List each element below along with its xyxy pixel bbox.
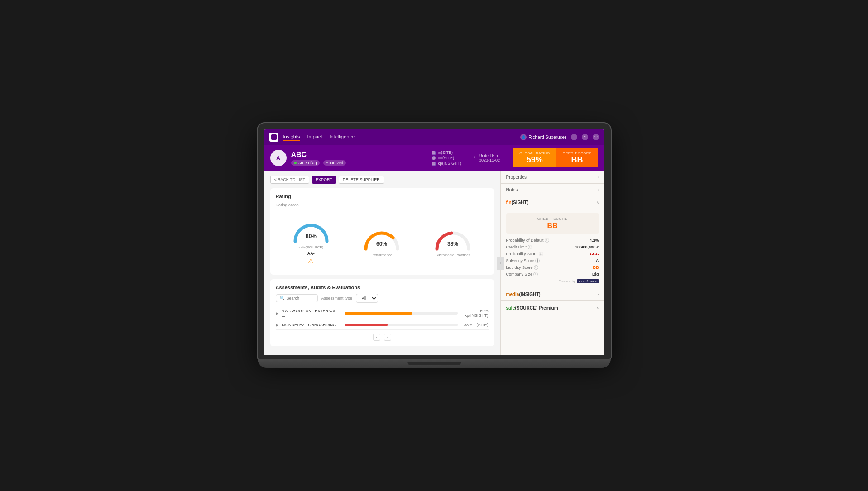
user-display: 👤 Richard Superuser xyxy=(520,134,566,140)
username: Richard Superuser xyxy=(528,135,566,140)
search-box[interactable]: 🔍 xyxy=(276,294,318,302)
gauge-performance: 60% Performance xyxy=(361,224,402,257)
menu-icon[interactable]: ☰ xyxy=(571,134,577,140)
safe-chevron: ∧ xyxy=(596,306,599,310)
provider-badge: modefinance xyxy=(577,279,599,283)
notes-header[interactable]: Notes › xyxy=(501,184,604,196)
nav-impact[interactable]: Impact xyxy=(307,133,322,141)
metric-info-icon-2[interactable]: ℹ xyxy=(539,252,543,256)
meta-kp-insight: 📄 kp(INSIGHT) xyxy=(432,161,461,166)
properties-section: Properties › xyxy=(501,171,604,184)
metric-label-0: Probability of Default ℹ xyxy=(506,238,549,243)
user-icon: 👤 xyxy=(520,134,527,140)
export-button[interactable]: EXPORT xyxy=(312,176,336,184)
metric-value-0: 4.1% xyxy=(590,238,599,243)
safe-title: safe(SOURCE) Premium xyxy=(506,305,558,310)
credit-score-title: CREDIT SCORE xyxy=(510,217,595,221)
gauges-row: 80% safe(SOURCE) AA- ⚠ xyxy=(276,212,489,269)
finsight-header[interactable]: fin(SIGHT) ∧ xyxy=(501,196,604,209)
expand-icon-1[interactable]: ▶ xyxy=(276,323,278,327)
metric-value-2: CCC xyxy=(590,252,599,256)
assessments-card: Assessments, Audits & Evaluations 🔍 Asse… xyxy=(270,279,494,346)
powered-by: Powered by modefinance xyxy=(506,279,599,283)
gauge-label-2: Sustainable Practices xyxy=(436,253,470,257)
properties-label: Properties xyxy=(506,175,527,180)
svg-text:80%: 80% xyxy=(306,233,317,239)
gauge-label-0: safe(SOURCE) xyxy=(298,245,323,249)
nav-insights[interactable]: Insights xyxy=(283,133,300,141)
expand-icon[interactable]: ▶ xyxy=(276,311,278,315)
help-icon[interactable]: ? xyxy=(582,134,588,140)
properties-header[interactable]: Properties › xyxy=(501,171,604,183)
assessments-title: Assessments, Audits & Evaluations xyxy=(276,285,489,290)
finsight-section: fin(SIGHT) ∧ CREDIT SCORE BB xyxy=(501,196,604,288)
gauge-chart-safe: 80% xyxy=(291,216,331,243)
panel-collapse-button[interactable]: ‹ xyxy=(497,257,504,270)
credit-score-box: CREDIT SCORE BB xyxy=(556,148,598,167)
metric-info-icon-1[interactable]: ℹ xyxy=(528,245,532,249)
search-icon: 🔍 xyxy=(280,296,285,300)
metric-value-5: Big xyxy=(592,272,599,276)
assessment-filters: 🔍 Assessment type All xyxy=(276,294,489,303)
properties-chevron: › xyxy=(598,175,599,179)
supplier-name: ABC xyxy=(291,151,427,159)
search-input[interactable] xyxy=(287,296,314,300)
safe-header[interactable]: safe(SOURCE) Premium ∧ xyxy=(506,305,599,310)
gauge-chart-sustainable: 38% xyxy=(432,224,473,251)
prev-page-button[interactable]: ‹ xyxy=(373,334,380,341)
meta-in-site: 📄 in(SITE) xyxy=(432,150,461,155)
supplier-meta: 📄 in(SITE) 🕐 on(SITE) 📄 kp(INSIGHT) xyxy=(432,150,461,166)
metric-info-icon-3[interactable]: ℹ xyxy=(535,258,540,263)
metric-info-icon[interactable]: ℹ xyxy=(545,238,549,243)
metric-row-5: Company Size ℹ Big xyxy=(506,272,599,276)
metric-row-0: Probability of Default ℹ 4.1% xyxy=(506,238,599,243)
supplier-avatar: A xyxy=(270,150,287,166)
metric-label-2: Profitability Score ℹ xyxy=(506,252,543,256)
delete-supplier-button[interactable]: DELETE SUPPLIER xyxy=(339,176,384,184)
metric-label-4: Liquidity Score ℹ xyxy=(506,265,538,270)
nav-right: 👤 Richard Superuser ☰ ? ⛶ xyxy=(520,134,599,140)
svg-text:38%: 38% xyxy=(447,241,458,247)
powered-by-label: Powered by xyxy=(558,280,575,283)
media-section: media(INSIGHT) › xyxy=(501,288,604,301)
gauge-safe-source: 80% safe(SOURCE) AA- ⚠ xyxy=(291,216,331,265)
finsight-chevron: ∧ xyxy=(596,200,599,205)
global-rating-box: GLOBAL RATING 59% xyxy=(513,148,556,167)
progress-bar-0 xyxy=(345,312,412,315)
rating-title: Rating xyxy=(276,194,489,199)
finsight-content: CREDIT SCORE BB Probability of Default ℹ xyxy=(501,209,604,288)
metric-info-icon-5[interactable]: ℹ xyxy=(533,272,538,276)
fullscreen-icon[interactable]: ⛶ xyxy=(593,134,599,140)
notes-section: Notes › xyxy=(501,184,604,196)
metric-label-1: Credit Limit ℹ xyxy=(506,245,532,249)
media-header[interactable]: media(INSIGHT) › xyxy=(501,288,604,301)
credit-score-value: BB xyxy=(510,222,595,230)
media-chevron: › xyxy=(598,292,599,296)
assessment-row: ▶ MONDELEZ - ONBOARDING ... 38% in(SITE) xyxy=(276,320,489,330)
status-badge[interactable]: Approved xyxy=(323,160,346,166)
flag-badge[interactable]: Green flag xyxy=(291,160,320,166)
meta-on-site: 🕐 on(SITE) xyxy=(432,156,461,160)
app-logo xyxy=(269,133,278,142)
progress-bar-container-0 xyxy=(345,312,458,315)
metric-value-3: A xyxy=(596,258,599,263)
nav-intelligence[interactable]: Intelligence xyxy=(329,133,355,141)
top-navigation: Insights Impact Intelligence 👤 Richard S… xyxy=(264,129,604,145)
gauge-warning-0: ⚠ xyxy=(308,257,314,265)
main-content: < BACK TO LIST EXPORT DELETE SUPPLIER Ra… xyxy=(264,171,604,355)
metric-row-1: Credit Limit ℹ 10,900,000 € xyxy=(506,245,599,249)
back-to-list-button[interactable]: < BACK TO LIST xyxy=(270,176,309,184)
gauge-sustainable: 38% Sustainable Practices xyxy=(432,224,473,257)
next-page-button[interactable]: › xyxy=(384,334,391,341)
pagination: ‹ › xyxy=(276,334,489,341)
action-bar: < BACK TO LIST EXPORT DELETE SUPPLIER xyxy=(270,176,494,184)
type-select[interactable]: All xyxy=(356,294,378,303)
right-panel: Properties › Notes › xyxy=(500,171,604,355)
progress-bar-container-1 xyxy=(345,324,458,326)
nav-links: Insights Impact Intelligence xyxy=(283,133,521,141)
assessment-name-1: MONDELEZ - ONBOARDING ... xyxy=(282,323,341,327)
metric-info-icon-4[interactable]: ℹ xyxy=(534,265,538,270)
safe-section: safe(SOURCE) Premium ∧ xyxy=(501,301,604,314)
assessment-row: ▶ VW GROUP UK - EXTERNAL ... 60% kp(INSI… xyxy=(276,306,489,320)
metric-value-1: 10,900,000 € xyxy=(575,245,599,249)
